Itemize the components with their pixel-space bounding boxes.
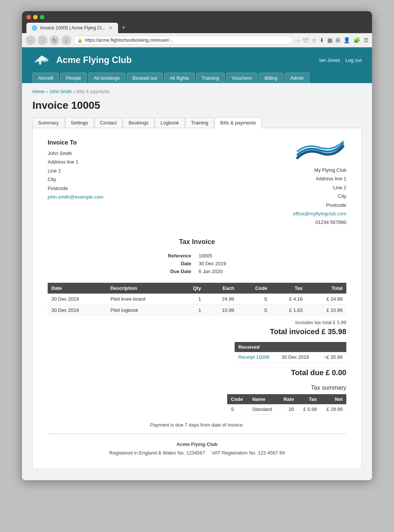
- col-total: Total: [306, 283, 346, 294]
- receipt-link[interactable]: Receipt 10006: [238, 354, 270, 360]
- nav-people[interactable]: People: [60, 73, 86, 83]
- invoice-header-row: Invoice To John Smith Address line 1 Lin…: [48, 139, 346, 227]
- company-info: My Flying Club Address line 1 Line 2 Cit…: [293, 139, 346, 227]
- nav-billing[interactable]: Billing: [259, 73, 283, 83]
- profile-icon[interactable]: 👤: [343, 37, 350, 44]
- col-code: Code: [238, 283, 271, 294]
- tab-close-icon[interactable]: ✕: [108, 25, 113, 31]
- page-content: Home » John Smith » Bills & payments Inv…: [22, 83, 372, 480]
- toolbar-icons: ··· 🛡 ☆ ⬇ ▦ ⊞ 👤 🧩 ☰: [295, 37, 368, 44]
- reference-label: Reference: [164, 252, 195, 260]
- close-dot[interactable]: [26, 15, 31, 19]
- nav-aircraft[interactable]: Aircraft: [32, 73, 59, 83]
- nav-booked-out[interactable]: Booked out: [127, 73, 163, 83]
- company-phone: 01234 567890: [315, 219, 346, 225]
- row1-each: 24.99: [205, 294, 238, 305]
- customer-address1: Address line 1: [48, 159, 78, 165]
- customer-email[interactable]: john.smith@example.com: [48, 194, 104, 200]
- browser-toolbar: ← → ↻ ⌂ 🔒 https://acme.flightschoolbooki…: [22, 33, 372, 47]
- received-row: Receipt 10006 30 Dec 2019 −£ 35.98: [235, 352, 346, 362]
- new-tab-button[interactable]: +: [119, 22, 129, 33]
- tab-bookings[interactable]: Bookings: [123, 117, 154, 128]
- received-section: Received Receipt 10006 30 Dec 2019 −£ 35…: [235, 342, 346, 362]
- tab-summary[interactable]: Summary: [32, 117, 64, 128]
- col-description: Description: [107, 283, 179, 294]
- invoice-meta: Reference 10005 Date 30 Dec 2019 Due Dat…: [48, 252, 346, 275]
- site-title: Acme Flying Club: [56, 55, 132, 65]
- site-nav: Aircraft People All bookings Booked out …: [22, 73, 372, 83]
- total-due: Total due £ 0.00: [48, 368, 346, 377]
- tab-icon: 🌐: [32, 25, 37, 31]
- extensions-icon[interactable]: 🧩: [353, 37, 360, 44]
- tax-summary-row: S Standard 20 £ 5.99 £ 29.99: [227, 404, 346, 415]
- logout-link[interactable]: Log out: [346, 57, 362, 63]
- ts-col-rate: Rate: [278, 394, 298, 404]
- maximize-dot[interactable]: [40, 15, 44, 19]
- reload-button[interactable]: ↻: [50, 35, 59, 45]
- active-tab[interactable]: 🌐 Invoice 10005 | Acme Flying Cl... ✕: [26, 23, 118, 33]
- sidebar-icon[interactable]: ▦: [327, 37, 333, 44]
- received-header: Received: [235, 342, 346, 352]
- footer-vat: VAT Registration No. 123 4567 89: [212, 450, 285, 456]
- download-icon[interactable]: ⬇: [320, 37, 324, 44]
- tax-summary-section: Code Name Rate Tax Net S Standard 20 £ 5: [227, 394, 346, 415]
- ts-col-name: Name: [248, 394, 278, 404]
- col-tax: Tax: [271, 283, 306, 294]
- home-button[interactable]: ⌂: [61, 35, 71, 45]
- page-title: Invoice 10005: [32, 99, 362, 111]
- nav-all-bookings[interactable]: All bookings: [88, 73, 125, 83]
- total-invoiced: Total invoiced £ 35.98: [48, 327, 346, 336]
- row1-code: S: [238, 294, 271, 305]
- received-table: Received Receipt 10006 30 Dec 2019 −£ 35…: [235, 342, 346, 362]
- company-address1: Address line 1: [316, 176, 346, 181]
- ts-code: S: [227, 404, 248, 415]
- forward-button[interactable]: →: [38, 35, 47, 45]
- tab-bills-payments[interactable]: Bills & payments: [215, 117, 261, 128]
- company-email[interactable]: office@myflyingclub.com: [293, 211, 346, 216]
- overflow-icon[interactable]: ···: [295, 37, 300, 44]
- browser-chrome: 🌐 Invoice 10005 | Acme Flying Cl... ✕ +: [22, 11, 372, 33]
- tab-logbook[interactable]: Logbook: [155, 117, 185, 128]
- tab-grid-icon[interactable]: ⊞: [336, 37, 340, 44]
- tab-training[interactable]: Training: [185, 117, 214, 128]
- customer-postcode: Postcode: [48, 186, 68, 191]
- row1-description: Pilot knee board: [107, 294, 179, 305]
- tab-settings[interactable]: Settings: [65, 117, 94, 128]
- minimize-dot[interactable]: [33, 15, 38, 19]
- company-postcode: Postcode: [326, 202, 346, 208]
- ts-col-net: Net: [321, 394, 346, 404]
- footer-company: Acme Flying Club: [177, 441, 217, 447]
- nav-admin[interactable]: Admin: [285, 73, 309, 83]
- includes-tax-text: Includes tax total £ 5.99: [48, 320, 346, 325]
- breadcrumb-sep1: »: [45, 89, 49, 94]
- tax-invoice-title: Tax Invoice: [48, 238, 346, 246]
- breadcrumb-person[interactable]: John Smith: [49, 89, 72, 94]
- breadcrumb-home[interactable]: Home: [32, 89, 44, 94]
- table-row: 30 Dec 2019 Pilot logbook 1 10.99 S £ 1.…: [48, 304, 346, 316]
- url-text: https://acme.flightschoolbooking.com/use…: [85, 38, 173, 43]
- ts-net: £ 29.99: [321, 404, 346, 415]
- tax-summary-title: Tax summary: [48, 384, 346, 391]
- company-logo: [293, 139, 346, 166]
- nav-vouchers[interactable]: Vouchers: [226, 73, 257, 83]
- receipt-date: 30 Dec 2019: [278, 352, 317, 362]
- nav-training[interactable]: Training: [196, 73, 225, 83]
- invoice-footer: Acme Flying Club Registered in England &…: [48, 440, 346, 457]
- user-name: Ian Jones: [319, 57, 340, 63]
- row2-qty: 1: [178, 304, 205, 316]
- breadcrumb-sep2: »: [73, 89, 77, 94]
- back-button[interactable]: ←: [26, 35, 35, 45]
- ts-tax: £ 5.99: [298, 404, 320, 415]
- browser-dots: [26, 15, 368, 19]
- breadcrumb-section: Bills & payments: [77, 89, 110, 94]
- invoice-to: Invoice To John Smith Address line 1 Lin…: [48, 139, 104, 201]
- customer-city: City: [48, 177, 56, 182]
- tab-contact[interactable]: Contact: [95, 117, 123, 128]
- tab-title: Invoice 10005 | Acme Flying Cl...: [40, 25, 105, 31]
- address-bar[interactable]: 🔒 https://acme.flightschoolbooking.com/u…: [73, 36, 293, 45]
- menu-icon[interactable]: ☰: [363, 37, 368, 44]
- lock-icon: 🔒: [77, 38, 83, 43]
- ts-rate: 20: [278, 404, 298, 415]
- star-icon[interactable]: ☆: [312, 37, 317, 44]
- nav-all-flights[interactable]: All flights: [164, 73, 195, 83]
